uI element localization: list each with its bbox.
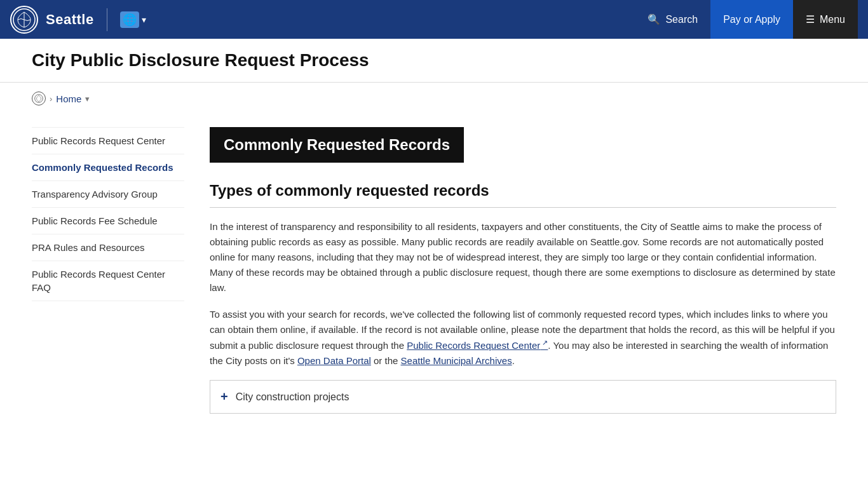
section-banner-text: Commonly Requested Records xyxy=(224,136,450,153)
accordion-item-city-construction[interactable]: + City construction projects xyxy=(210,380,836,414)
breadcrumb-chevron-icon: ▾ xyxy=(85,94,90,104)
sidebar-link-pra-rules-resources[interactable]: PRA Rules and Resources xyxy=(32,241,184,254)
paragraph2-end: . xyxy=(512,355,515,366)
breadcrumb: › Home ▾ xyxy=(0,83,868,114)
search-icon: 🔍 xyxy=(648,13,660,25)
pay-apply-label: Pay or Apply xyxy=(723,14,780,25)
sidebar-item-pra-rules-resources[interactable]: PRA Rules and Resources xyxy=(32,234,184,261)
link3-text: Seattle Municipal Archives xyxy=(401,355,512,366)
accordion-plus-icon: + xyxy=(220,390,228,404)
city-name-label: Seattle xyxy=(46,11,94,28)
section-divider xyxy=(210,207,836,208)
sidebar-link-public-records-request-center[interactable]: Public Records Request Center xyxy=(32,134,184,147)
sidebar-nav: Public Records Request Center Commonly R… xyxy=(32,127,184,301)
page-title-bar: City Public Disclosure Request Process xyxy=(0,39,868,83)
page-title: City Public Disclosure Request Process xyxy=(32,50,836,71)
sidebar-link-transparency-advisory-group[interactable]: Transparency Advisory Group xyxy=(32,187,184,201)
translate-button[interactable]: 🌐 ▾ xyxy=(120,11,146,28)
sidebar-item-commonly-requested-records[interactable]: Commonly Requested Records xyxy=(32,154,184,181)
city-logo[interactable] xyxy=(10,6,38,34)
body-paragraph-2: To assist you with your search for recor… xyxy=(210,307,836,369)
header-divider xyxy=(107,8,107,31)
sidebar-item-public-records-request-center[interactable]: Public Records Request Center xyxy=(32,127,184,154)
menu-button[interactable]: ☰ Menu xyxy=(793,0,858,39)
accordion-header-city-construction[interactable]: + City construction projects xyxy=(210,381,836,413)
translate-chevron: ▾ xyxy=(142,15,146,25)
public-records-request-center-link[interactable]: Public Records Request Center ↗ xyxy=(407,340,548,351)
open-data-portal-link[interactable]: Open Data Portal xyxy=(297,355,371,366)
body-paragraph-1: In the interest of transparency and resp… xyxy=(210,219,836,295)
external-link-icon-1: ↗ xyxy=(540,339,548,346)
header-left: Seattle 🌐 ▾ xyxy=(10,6,146,34)
seattle-municipal-archives-link[interactable]: Seattle Municipal Archives xyxy=(401,355,512,366)
link2-text: Open Data Portal xyxy=(297,355,371,366)
sidebar: Public Records Request Center Commonly R… xyxy=(32,127,184,414)
accordion-item-label: City construction projects xyxy=(236,391,349,403)
sidebar-link-public-records-fee-schedule[interactable]: Public Records Fee Schedule xyxy=(32,214,184,227)
search-button[interactable]: 🔍 Search xyxy=(635,0,710,39)
sidebar-item-transparency-advisory-group[interactable]: Transparency Advisory Group xyxy=(32,181,184,208)
main-content: Commonly Requested Records Types of comm… xyxy=(210,127,836,414)
link1-text: Public Records Request Center xyxy=(407,340,540,351)
content-wrapper: Public Records Request Center Commonly R… xyxy=(0,114,868,426)
site-header: Seattle 🌐 ▾ 🔍 Search Pay or Apply ☰ Menu xyxy=(0,0,868,39)
paragraph2-text-after-link2: or the xyxy=(371,355,401,366)
breadcrumb-separator: › xyxy=(50,94,52,104)
sidebar-item-public-records-fee-schedule[interactable]: Public Records Fee Schedule xyxy=(32,208,184,234)
pay-or-apply-button[interactable]: Pay or Apply xyxy=(710,0,793,39)
header-right: 🔍 Search Pay or Apply ☰ Menu xyxy=(635,0,858,39)
menu-icon: ☰ xyxy=(806,13,815,25)
svg-point-2 xyxy=(35,95,43,103)
sidebar-link-commonly-requested-records[interactable]: Commonly Requested Records xyxy=(32,161,184,174)
search-label: Search xyxy=(665,14,698,25)
sidebar-item-faq[interactable]: Public Records Request Center FAQ xyxy=(32,261,184,301)
breadcrumb-logo-icon[interactable] xyxy=(32,92,46,105)
breadcrumb-home-link[interactable]: Home xyxy=(56,93,81,104)
menu-label: Menu xyxy=(820,14,845,25)
translate-icon: 🌐 xyxy=(120,11,139,28)
section-banner: Commonly Requested Records xyxy=(210,127,464,163)
section-heading: Types of commonly requested records xyxy=(210,182,836,200)
sidebar-link-faq[interactable]: Public Records Request Center FAQ xyxy=(32,268,184,294)
